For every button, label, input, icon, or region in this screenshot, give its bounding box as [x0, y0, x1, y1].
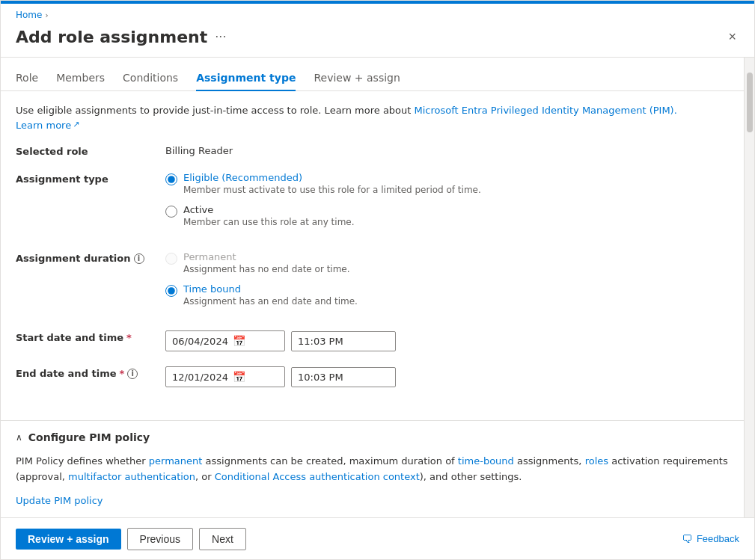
feedback-button[interactable]: 🗨 Feedback	[682, 532, 739, 545]
permanent-sublabel: Assignment has no end date or time.	[183, 264, 350, 274]
assignment-type-label: Assignment type	[16, 172, 165, 185]
permanent-label-group: Permanent Assignment has no end date or …	[183, 251, 350, 274]
previous-button[interactable]: Previous	[127, 528, 193, 550]
pim-policy-text: PIM Policy defines whether permanent ass…	[16, 454, 729, 485]
footer-right: 🗨 Feedback	[682, 532, 739, 545]
end-date-calendar-icon: 📅	[233, 371, 245, 383]
selected-role-row: Selected role Billing Reader	[16, 144, 729, 157]
start-date-input[interactable]: 06/04/2024 📅	[165, 330, 285, 351]
tab-assignment-type[interactable]: Assignment type	[196, 64, 296, 91]
active-sublabel: Member can use this role at any time.	[183, 217, 355, 227]
tab-role[interactable]: Role	[16, 64, 38, 91]
page-header: Add role assignment ··· ×	[1, 23, 754, 57]
assignment-duration-info-icon[interactable]: i	[134, 253, 144, 264]
end-date-info-icon[interactable]: i	[127, 369, 138, 379]
dialog-container: Home › Add role assignment ··· × Role Me…	[0, 0, 755, 560]
tabs-nav: Role Members Conditions Assignment type …	[1, 64, 744, 91]
pim-body: PIM Policy defines whether permanent ass…	[1, 454, 744, 517]
active-radio[interactable]	[165, 206, 177, 218]
tab-review-assign[interactable]: Review + assign	[314, 64, 400, 91]
pim-link[interactable]: Microsoft Entra Privileged Identity Mana…	[415, 105, 677, 116]
time-bound-sublabel: Assignment has an end date and time.	[183, 296, 358, 307]
close-button[interactable]: ×	[725, 26, 739, 48]
end-date-input[interactable]: 12/01/2024 📅	[165, 366, 285, 387]
update-pim-link[interactable]: Update PIM policy	[16, 495, 103, 506]
selected-role-label: Selected role	[16, 144, 165, 157]
feedback-icon: 🗨	[682, 532, 693, 545]
eligible-label: Eligible (Recommended)	[183, 172, 481, 183]
active-label: Active	[183, 204, 355, 215]
assignment-duration-field: Permanent Assignment has no end date or …	[165, 251, 729, 316]
ellipsis-menu[interactable]: ···	[215, 30, 226, 44]
breadcrumb: Home ›	[1, 4, 754, 23]
time-bound-label: Time bound	[183, 283, 358, 295]
start-date-value: 06/04/2024	[172, 336, 228, 347]
eligible-label-group: Eligible (Recommended) Member must activ…	[183, 172, 481, 195]
tab-conditions[interactable]: Conditions	[123, 64, 178, 91]
feedback-label: Feedback	[697, 533, 739, 544]
start-date-field: 06/04/2024 📅 11:03 PM	[165, 330, 729, 351]
selected-role-value: Billing Reader	[165, 144, 729, 156]
eligible-sublabel: Member must activate to use this role fo…	[183, 185, 481, 195]
breadcrumb-chevron: ›	[45, 11, 48, 19]
main-content: Role Members Conditions Assignment type …	[1, 58, 754, 517]
eligible-radio[interactable]	[165, 173, 177, 185]
tab-members[interactable]: Members	[56, 64, 105, 91]
configure-pim-header[interactable]: ∧ Configure PIM policy	[1, 421, 744, 454]
start-time-value: 11:03 PM	[298, 336, 343, 347]
end-date-label: End date and time * i	[16, 366, 165, 379]
assignment-duration-label: Assignment duration i	[16, 251, 165, 264]
end-time-value: 10:03 PM	[298, 372, 343, 383]
start-date-row: Start date and time * 06/04/2024 📅 11:03…	[16, 330, 729, 351]
scrollbar[interactable]	[744, 58, 754, 517]
start-date-label: Start date and time *	[16, 330, 165, 343]
time-bound-label-group: Time bound Assignment has an end date an…	[183, 283, 358, 307]
page-title: Add role assignment	[16, 28, 207, 46]
time-bound-option: Time bound Assignment has an end date an…	[165, 283, 729, 307]
eligible-option: Eligible (Recommended) Member must activ…	[165, 172, 729, 195]
start-time-input[interactable]: 11:03 PM	[291, 331, 396, 351]
configure-pim-section: ∧ Configure PIM policy PIM Policy define…	[1, 420, 744, 517]
footer: Review + assign Previous Next 🗨 Feedback	[1, 517, 754, 559]
review-assign-button[interactable]: Review + assign	[16, 529, 121, 550]
breadcrumb-home[interactable]: Home	[16, 10, 42, 20]
learn-more-link[interactable]: Learn more ↗	[16, 118, 79, 133]
assignment-duration-row: Assignment duration i Permanent Assignme…	[16, 251, 729, 316]
form-body: Use eligible assignments to provide just…	[1, 91, 744, 414]
scrollbar-thumb	[747, 73, 753, 132]
time-bound-radio[interactable]	[165, 285, 177, 297]
permanent-radio[interactable]	[165, 253, 177, 265]
end-date-time-row: 12/01/2024 📅 10:03 PM	[165, 366, 729, 387]
assignment-type-field: Eligible (Recommended) Member must activ…	[165, 172, 729, 236]
assignment-type-row: Assignment type Eligible (Recommended) M…	[16, 172, 729, 236]
info-text: Use eligible assignments to provide just…	[16, 103, 729, 132]
start-date-calendar-icon: 📅	[233, 335, 245, 347]
header-title-row: Add role assignment ···	[16, 28, 227, 46]
permanent-option: Permanent Assignment has no end date or …	[165, 251, 729, 274]
permanent-label: Permanent	[183, 251, 350, 262]
next-button[interactable]: Next	[199, 528, 246, 550]
content-area: Role Members Conditions Assignment type …	[1, 58, 744, 517]
active-option: Active Member can use this role at any t…	[165, 204, 729, 227]
end-date-value: 12/01/2024	[172, 372, 228, 383]
chevron-up-icon: ∧	[16, 432, 22, 443]
end-date-field: 12/01/2024 📅 10:03 PM	[165, 366, 729, 387]
end-date-row: End date and time * i 12/01/2024 📅 10:03…	[16, 366, 729, 387]
end-date-required: *	[120, 368, 125, 379]
configure-pim-title: Configure PIM policy	[28, 431, 150, 443]
end-time-input[interactable]: 10:03 PM	[291, 367, 396, 387]
active-label-group: Active Member can use this role at any t…	[183, 204, 355, 227]
start-date-required: *	[126, 332, 132, 343]
start-date-time-row: 06/04/2024 📅 11:03 PM	[165, 330, 729, 351]
external-link-icon: ↗	[73, 119, 79, 132]
